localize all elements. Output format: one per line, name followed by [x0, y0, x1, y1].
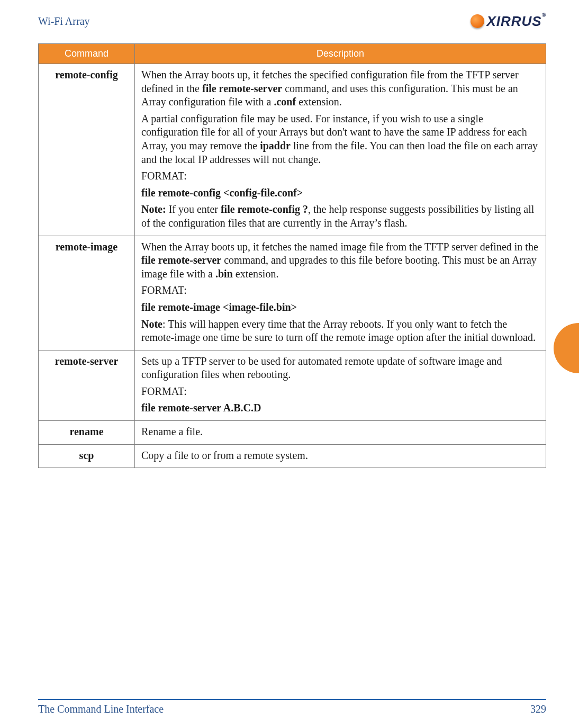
text-bold: Note	[141, 318, 162, 330]
side-tab-icon	[554, 323, 579, 373]
col-header-command: Command	[39, 44, 135, 64]
cmd-name: remote-server	[39, 350, 135, 420]
desc-format-label: FORMAT:	[141, 284, 539, 298]
desc-format-label: FORMAT:	[141, 385, 539, 399]
page-header: Wi-Fi Array XIRRUS®	[38, 13, 546, 30]
desc-paragraph: A partial configuration file may be used…	[141, 112, 539, 166]
text: If you enter	[166, 203, 221, 215]
table-row: remote-server Sets up a TFTP server to b…	[39, 350, 546, 420]
text: extension.	[296, 96, 342, 107]
text: : This will happen every time that the A…	[141, 318, 536, 344]
brand-logo: XIRRUS®	[471, 13, 546, 30]
desc-paragraph: When the Array boots up, it fetches the …	[141, 68, 539, 109]
footer-section-title: The Command Line Interface	[38, 703, 164, 715]
cmd-description: Rename a file.	[135, 421, 546, 445]
table-row: remote-config When the Array boots up, i…	[39, 64, 546, 236]
desc-format-syntax: file remote-config <config-file.conf>	[141, 186, 539, 200]
cmd-description: Copy a file to or from a remote system.	[135, 444, 546, 468]
table-row: scp Copy a file to or from a remote syst…	[39, 444, 546, 468]
footer-page-number: 329	[530, 703, 546, 715]
desc-paragraph: Copy a file to or from a remote system.	[141, 449, 539, 463]
table-row: rename Rename a file.	[39, 421, 546, 445]
desc-format-syntax: file remote-server A.B.C.D	[141, 401, 539, 415]
table-header-row: Command Description	[39, 44, 546, 64]
cmd-description: When the Array boots up, it fetches the …	[135, 64, 546, 236]
table-row: remote-image When the Array boots up, it…	[39, 236, 546, 350]
cmd-description: Sets up a TFTP server to be used for aut…	[135, 350, 546, 420]
text: extension.	[233, 268, 279, 280]
brand-registered: ®	[542, 12, 546, 18]
cmd-name: rename	[39, 421, 135, 445]
text-bold: .bin	[215, 268, 233, 280]
desc-note: Note: This will happen every time that t…	[141, 318, 539, 345]
col-header-description: Description	[135, 44, 546, 64]
text-bold: file remote-server	[202, 83, 282, 94]
cmd-name: remote-config	[39, 64, 135, 236]
doc-title: Wi-Fi Array	[38, 15, 90, 28]
desc-paragraph: Sets up a TFTP server to be used for aut…	[141, 355, 539, 382]
command-table: Command Description remote-config When t…	[38, 43, 546, 468]
desc-note: Note: If you enter file remote-config ?,…	[141, 203, 539, 230]
text-bold: .conf	[274, 96, 296, 107]
desc-paragraph: When the Array boots up, it fetches the …	[141, 240, 539, 281]
text-bold: ipaddr	[260, 140, 291, 151]
cmd-description: When the Array boots up, it fetches the …	[135, 236, 546, 350]
brand-wordmark: XIRRUS®	[486, 13, 546, 30]
text-bold: file remote-server	[141, 254, 221, 266]
desc-paragraph: Rename a file.	[141, 425, 539, 439]
cmd-name: remote-image	[39, 236, 135, 350]
text: When the Array boots up, it fetches the …	[141, 241, 538, 253]
text-bold: Note:	[141, 203, 166, 215]
brand-word: XIRRUS	[486, 13, 541, 29]
page-footer: The Command Line Interface 329	[38, 699, 546, 715]
logo-dot-icon	[471, 14, 484, 28]
footer-rule	[38, 699, 546, 700]
footer-row: The Command Line Interface 329	[38, 703, 546, 715]
cmd-name: scp	[39, 444, 135, 468]
desc-format-label: FORMAT:	[141, 169, 539, 183]
desc-format-syntax: file remote-image <image-file.bin>	[141, 301, 539, 314]
text-bold: file remote-config ?	[221, 203, 308, 215]
